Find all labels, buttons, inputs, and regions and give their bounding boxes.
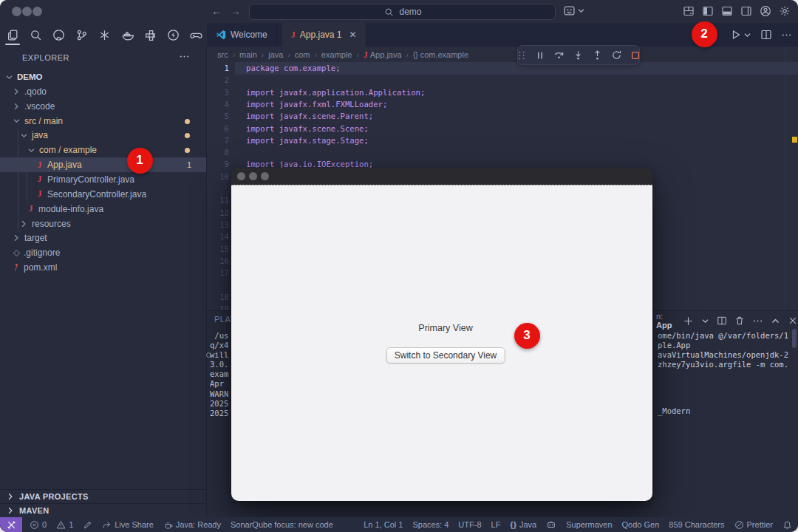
switch-to-secondary-button[interactable]: Switch to Secondary View (386, 347, 505, 364)
app-window-titlebar[interactable] (231, 168, 652, 185)
activity-search-icon[interactable] (27, 24, 44, 46)
toggle-primary-sidebar-icon[interactable] (702, 5, 714, 17)
breadcrumb-item[interactable]: main (239, 50, 257, 59)
app-close-traffic-light[interactable] (237, 172, 245, 180)
status-robot-icon[interactable] (546, 519, 556, 530)
java-file-icon: J (364, 50, 368, 61)
account-icon[interactable] (760, 5, 771, 17)
terminal-scrollbar[interactable] (792, 329, 797, 348)
breadcrumb-item[interactable]: src (217, 50, 228, 59)
activity-docker-icon[interactable] (119, 24, 135, 46)
chevron-right-icon (12, 102, 21, 111)
tree-item-java[interactable]: java (0, 128, 206, 143)
minimize-traffic-light[interactable] (22, 7, 32, 16)
maximize-traffic-light[interactable] (33, 7, 42, 16)
chevron-up-icon[interactable] (771, 316, 780, 326)
app-minimize-traffic-light[interactable] (249, 172, 257, 180)
tree-item-primarycontroller.java[interactable]: JPrimaryController.java (0, 172, 206, 187)
tree-item-demo[interactable]: DEMO (0, 69, 206, 84)
split-terminal-icon[interactable] (717, 316, 727, 326)
activity-gamepad-icon[interactable] (188, 24, 204, 46)
status-bell-icon[interactable] (782, 520, 792, 530)
section-maven[interactable]: MAVEN (0, 503, 206, 517)
remote-indicator[interactable] (0, 517, 22, 532)
more-icon[interactable] (179, 51, 190, 62)
split-editor-icon[interactable] (760, 29, 772, 41)
tab-app.java[interactable]: JApp.java 1✕ (282, 23, 366, 47)
tree-item-app.java[interactable]: JApp.java1 (0, 157, 206, 172)
tree-item-.vscode[interactable]: .vscode (0, 99, 206, 114)
status-spaces-4[interactable]: Spaces: 4 (412, 520, 449, 529)
app-maximize-traffic-light[interactable] (261, 172, 269, 180)
tree-item-target[interactable]: target (0, 231, 206, 245)
tree-item-pom.xml[interactable]: pom.xml (0, 260, 206, 275)
tree-item-.qodo[interactable]: .qodo (0, 84, 206, 99)
status-live-share[interactable]: Live Share (102, 520, 154, 530)
status-utf-8[interactable]: UTF-8 (458, 520, 481, 529)
command-center-search[interactable]: demo (249, 4, 556, 20)
explorer-more-icon[interactable] (179, 51, 190, 65)
step-into-icon[interactable] (573, 50, 584, 61)
activity-lightning-icon[interactable] (165, 24, 181, 46)
tree-item-comexample[interactable]: com / example (0, 143, 206, 157)
activity-remote-explorer-icon[interactable] (96, 24, 112, 46)
breadcrumb-item[interactable]: {}com.example (413, 50, 468, 59)
status-0[interactable]: 0 (30, 520, 47, 530)
tree-item-secondarycontroller.java[interactable]: JSecondaryController.java (0, 187, 206, 202)
tree-item-module-info.java[interactable]: Jmodule-info.java (0, 202, 206, 216)
tree-item-srcmain[interactable]: src / main (0, 114, 206, 129)
profiles-button[interactable] (563, 4, 585, 17)
more-icon[interactable] (781, 30, 792, 41)
status-lf[interactable]: LF (491, 520, 501, 529)
activity-files-icon[interactable] (4, 24, 21, 46)
activity-extensions-icon[interactable] (142, 24, 158, 46)
restart-icon[interactable] (611, 50, 622, 61)
tab-welcome[interactable]: Welcome (207, 23, 277, 47)
profiles-icon[interactable] (563, 4, 576, 17)
status-1[interactable]: 1 (56, 520, 73, 530)
status-java-ready[interactable]: Java: Ready (163, 520, 221, 530)
chevron-down-icon[interactable] (701, 317, 709, 325)
status-qodo-gen[interactable]: Qodo Gen (622, 520, 660, 529)
step-out-icon[interactable] (592, 50, 603, 61)
stop-icon[interactable] (630, 50, 641, 61)
plus-icon[interactable] (683, 316, 694, 327)
status-java[interactable]: {}Java (510, 520, 536, 529)
close-icon[interactable] (788, 316, 798, 326)
close-tab-icon[interactable]: ✕ (349, 30, 357, 40)
status-pencil-icon[interactable] (83, 520, 92, 530)
activity-github-icon[interactable] (50, 24, 66, 46)
breadcrumb-separator: › (233, 51, 235, 59)
tree-item-.gitignore[interactable]: .gitignore (0, 245, 206, 260)
status-859-characters[interactable]: 859 Characters (669, 520, 724, 529)
activity-source-control-icon[interactable] (73, 24, 89, 46)
primary-view-label: Primary View (418, 323, 472, 333)
customize-layout-icon[interactable] (683, 5, 695, 17)
status-ln-1-col-1[interactable]: Ln 1, Col 1 (364, 520, 403, 529)
status-supermaven[interactable]: Supermaven (566, 520, 612, 529)
overview-ruler (785, 47, 785, 310)
trash-icon[interactable] (734, 316, 745, 326)
pause-icon[interactable] (535, 50, 545, 61)
line-number: 2 (207, 74, 229, 86)
breadcrumb-item[interactable]: com (295, 50, 310, 59)
run-icon[interactable] (730, 29, 742, 41)
status-prettier[interactable]: Prettier (734, 520, 773, 530)
toggle-secondary-sidebar-icon[interactable] (740, 5, 752, 17)
step-over-icon[interactable] (553, 50, 565, 61)
more-icon[interactable] (752, 316, 763, 327)
breadcrumb-item[interactable]: JApp.java (364, 50, 402, 61)
settings-gear-icon[interactable] (779, 5, 791, 17)
run-button[interactable] (730, 29, 751, 41)
section-java-projects[interactable]: JAVA PROJECTS (0, 489, 206, 503)
chevron-down-icon[interactable] (743, 31, 751, 39)
tree-item-resources[interactable]: resources (0, 216, 206, 231)
breadcrumb-item[interactable]: java (268, 50, 283, 59)
toggle-panel-icon[interactable] (721, 5, 733, 17)
back-icon[interactable]: ← (211, 5, 222, 17)
close-traffic-light[interactable] (12, 7, 21, 16)
breadcrumb-item[interactable]: example (321, 50, 352, 59)
status-sonarqube-focus-new-code[interactable]: SonarQube focus: new code (231, 520, 333, 529)
forward-icon[interactable]: → (231, 5, 241, 17)
chevron-down-icon[interactable] (577, 7, 585, 15)
